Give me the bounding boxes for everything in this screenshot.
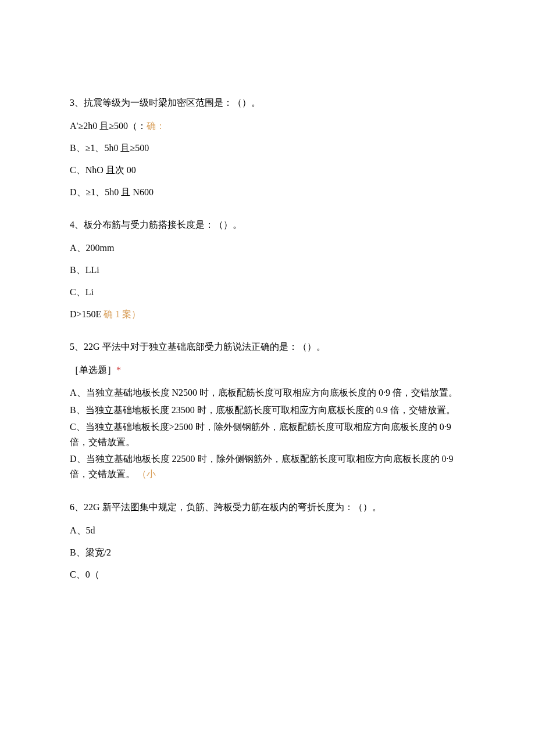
question-3-text: 3、抗震等级为一级时梁加密区范围是：（）。 bbox=[70, 96, 465, 110]
question-4-option-b: B、LLi bbox=[70, 263, 465, 277]
option-d-text: D>150E bbox=[70, 309, 104, 319]
question-4-option-a: A、200mm bbox=[70, 241, 465, 255]
question-3-option-a: A'≥2h0 且≥500（：确： bbox=[70, 119, 465, 133]
question-4: 4、板分布筋与受力筋搭接长度是：（）。 A、200mm B、LLi C、Li D… bbox=[70, 218, 465, 321]
question-6-option-a: A、5d bbox=[70, 524, 465, 538]
question-5-tag: ［单选题］* bbox=[70, 363, 465, 377]
option-d-text: D、当独立基础地板长度 22500 时，除外侧钢筋外，底板配筋长度可取相应方向底… bbox=[70, 454, 454, 479]
question-5-option-a: A、当独立基础地板长度 N2500 时，底板配筋长度可取相应方向底板长度的 0·… bbox=[70, 385, 465, 400]
question-6-text: 6、22G 新平法图集中规定，负筋、跨板受力筋在板内的弯折长度为：（）。 bbox=[70, 500, 465, 514]
question-3-option-c: C、NhO 且次 00 bbox=[70, 163, 465, 177]
option-d-annotation: 确 1 案） bbox=[104, 309, 141, 319]
tag-star: * bbox=[116, 365, 121, 375]
tag-text: ［单选题］ bbox=[70, 365, 116, 375]
question-6: 6、22G 新平法图集中规定，负筋、跨板受力筋在板内的弯折长度为：（）。 A、5… bbox=[70, 500, 465, 582]
question-4-option-d: D>150E 确 1 案） bbox=[70, 307, 465, 321]
question-5-option-d: D、当独立基础地板长度 22500 时，除外侧钢筋外，底板配筋长度可取相应方向底… bbox=[70, 452, 465, 481]
question-5-option-c: C、当独立基础地板长度>2500 时，除外侧钢筋外，底板配筋长度可取相应方向底板… bbox=[70, 420, 465, 449]
question-6-option-c: C、0（ bbox=[70, 568, 465, 582]
question-3: 3、抗震等级为一级时梁加密区范围是：（）。 A'≥2h0 且≥500（：确： B… bbox=[70, 96, 465, 199]
document-page: 3、抗震等级为一级时梁加密区范围是：（）。 A'≥2h0 且≥500（：确： B… bbox=[0, 0, 535, 756]
question-4-text: 4、板分布筋与受力筋搭接长度是：（）。 bbox=[70, 218, 465, 232]
question-5: 5、22G 平法中对于独立基础底部受力筋说法正确的是：（）。 ［单选题］* A、… bbox=[70, 340, 465, 482]
option-a-annotation: 确： bbox=[147, 121, 165, 131]
question-6-option-b: B、梁宽/2 bbox=[70, 546, 465, 560]
option-d-annotation: （小 bbox=[137, 469, 156, 479]
question-3-option-b: B、≥1、5h0 且≥500 bbox=[70, 141, 465, 155]
question-3-option-d: D、≥1、5h0 且 N600 bbox=[70, 185, 465, 199]
question-5-text: 5、22G 平法中对于独立基础底部受力筋说法正确的是：（）。 bbox=[70, 340, 465, 354]
question-4-option-c: C、Li bbox=[70, 285, 465, 299]
option-a-text: A'≥2h0 且≥500（： bbox=[70, 121, 147, 131]
question-5-option-b: B、当独立基础地板长度 23500 时，底板配筋长度可取相应方向底板长度的 0.… bbox=[70, 403, 465, 418]
